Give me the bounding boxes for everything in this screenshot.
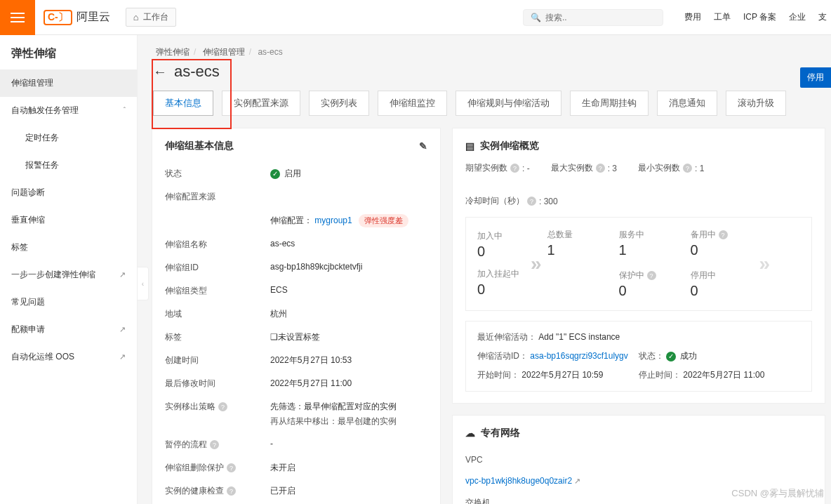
tab-notify[interactable]: 消息通知 (657, 91, 717, 116)
brand-text: 阿里云 (77, 10, 110, 25)
workspace-label: 工作台 (143, 11, 168, 23)
help-icon[interactable]: ? (596, 164, 605, 173)
check-icon: ✓ (270, 169, 280, 179)
check-icon: ✓ (666, 352, 676, 362)
brand-logo[interactable]: C-〕 阿里云 (35, 10, 119, 25)
sidebar-item-faq[interactable]: 常见问题 (0, 289, 137, 316)
breadcrumb: 弹性伸缩/ 伸缩组管理/ as-ecs (152, 46, 825, 58)
basic-info-card: 伸缩组基本信息 ✎ 状态 ✓启用 伸缩配置来源 伸缩配置： mygroup1 弹… (152, 128, 441, 504)
main-content: 弹性伸缩/ 伸缩组管理/ as-ecs ← as-ecs 停用 基本信息 实例配… (149, 35, 831, 504)
help-icon[interactable]: ? (510, 164, 519, 173)
k-region: 地域 (165, 308, 270, 320)
nav-fee[interactable]: 费用 (684, 11, 701, 23)
stat-protect: 保护中 ?0 (619, 270, 677, 299)
breadcrumb-2: as-ecs (258, 47, 282, 57)
vpc-title: 专有网络 (481, 427, 520, 439)
help-icon[interactable]: ? (227, 463, 236, 472)
sidebar-collapse-handle[interactable]: ‹ (138, 267, 149, 300)
k-vsw: 交换机 (465, 497, 491, 504)
top-nav-links: 费用 工单 ICP 备案 企业 支 (684, 11, 831, 23)
chevron-right-icon: » (531, 253, 536, 275)
v-id: asg-bp18h89kcjbcktetvfji (270, 262, 427, 272)
stop-button[interactable]: 停用 (800, 67, 831, 88)
tab-monitor[interactable]: 伸缩组监控 (378, 91, 447, 116)
stat-min: 最小实例数?: 1 (638, 162, 704, 174)
external-icon: ↗ (119, 325, 126, 334)
top-bar: C-〕 阿里云 ⌂ 工作台 🔍 费用 工单 ICP 备案 企业 支 (0, 0, 831, 35)
sidebar-item-vertical[interactable]: 垂直伸缩 (0, 206, 137, 234)
tab-basic[interactable]: 基本信息 (153, 91, 213, 116)
nav-ticket[interactable]: 工单 (714, 11, 731, 23)
stat-max: 最大实例数?: 3 (551, 162, 617, 174)
k-mod: 最后修改时间 (165, 378, 270, 390)
v-health: 已开启 (270, 485, 427, 497)
activity-id-link[interactable]: asa-bp16sqgrzi93cf1ulygv (530, 351, 627, 361)
k-delprot: 伸缩组删除保护 ? (165, 462, 270, 474)
edit-icon[interactable]: ✎ (419, 140, 427, 152)
tab-config-src[interactable]: 实例配置来源 (222, 91, 300, 116)
home-icon: ⌂ (133, 12, 139, 22)
help-icon[interactable]: ? (210, 440, 219, 449)
tab-instance-list[interactable]: 实例列表 (309, 91, 369, 116)
nav-ent[interactable]: 企业 (789, 11, 806, 23)
search-box[interactable]: 🔍 (523, 9, 663, 26)
stat-joining-hold: 加入挂起中0 (477, 268, 519, 298)
k-type: 伸缩组类型 (165, 285, 270, 297)
v-mod: 2022年5月27日 11:00 (270, 378, 427, 390)
v-policy: 先筛选：最早伸缩配置对应的实例 再从结果中移出：最早创建的实例 (270, 401, 427, 427)
stat-total: 总数量1 (547, 229, 605, 258)
sidebar-item-stepwise[interactable]: 一步一步创建弹性伸缩↗ (0, 261, 137, 289)
breadcrumb-0[interactable]: 弹性伸缩 (156, 47, 190, 57)
back-arrow-icon[interactable]: ← (153, 64, 167, 80)
v-delprot: 未开启 (270, 462, 427, 474)
sidebar-item-oos[interactable]: 自动化运维 OOS↗ (0, 343, 137, 371)
v-region: 杭州 (270, 308, 427, 320)
v-name: as-ecs (270, 239, 427, 248)
external-icon: ↗ (119, 352, 126, 362)
sidebar: 弹性伸缩 伸缩组管理 自动触发任务管理ˆ 定时任务 报警任务 问题诊断 垂直伸缩… (0, 35, 138, 504)
help-icon[interactable]: ? (683, 164, 692, 173)
vpc-link[interactable]: vpc-bp1wkj8hk8uge0q0zair2 (465, 476, 572, 486)
search-input[interactable] (545, 13, 656, 22)
sidebar-title: 弹性伸缩 (0, 35, 137, 69)
v-src-detail: 伸缩配置： mygroup1 弹性强度差 (270, 214, 427, 227)
tab-lifecycle[interactable]: 生命周期挂钩 (570, 91, 649, 116)
menu-toggle[interactable] (0, 0, 35, 35)
v-status: ✓启用 (270, 168, 427, 180)
v-create: 2022年5月27日 10:53 (270, 354, 427, 366)
k-create: 创建时间 (165, 354, 270, 366)
tab-rolling[interactable]: 滚动升级 (726, 91, 786, 116)
search-icon: 🔍 (531, 13, 541, 22)
watermark: CSDN @雾与晨解忧辅 (731, 487, 824, 500)
k-status: 状态 (165, 168, 270, 180)
sidebar-item-scaling-group[interactable]: 伸缩组管理 (0, 69, 137, 97)
v-tag: ❑未设置标签 (270, 331, 427, 343)
overview-stats: 期望实例数?: - 最大实例数?: 3 最小实例数?: 1 冷却时间（秒）?: … (465, 162, 812, 207)
help-icon[interactable]: ? (527, 197, 536, 206)
k-pause: 暂停的流程 ? (165, 439, 270, 451)
help-icon[interactable]: ? (719, 230, 728, 239)
help-icon[interactable]: ? (647, 271, 656, 280)
k-id: 伸缩组ID (165, 262, 270, 274)
sidebar-item-scheduled[interactable]: 定时任务 (0, 124, 137, 152)
sidebar-item-alarm[interactable]: 报警任务 (0, 152, 137, 179)
stat-expect: 期望实例数?: - (465, 162, 530, 174)
sidebar-item-quota[interactable]: 配额申请↗ (0, 316, 137, 343)
aliyun-icon: C-〕 (44, 10, 72, 25)
tab-rules[interactable]: 伸缩规则与伸缩活动 (456, 91, 561, 116)
sidebar-item-trigger-tasks[interactable]: 自动触发任务管理ˆ (0, 97, 137, 124)
nav-icp[interactable]: ICP 备案 (743, 11, 776, 23)
help-icon[interactable]: ? (218, 402, 227, 411)
overview-card: ▤实例伸缩概览 期望实例数?: - 最大实例数?: 3 最小实例数?: 1 冷却… (452, 128, 825, 404)
breadcrumb-1[interactable]: 伸缩组管理 (203, 47, 245, 57)
nav-support[interactable]: 支 (818, 11, 827, 23)
recent-activity: 最近伸缩活动： Add "1" ECS instance 伸缩活动ID： asa… (465, 321, 812, 392)
sidebar-item-diagnose[interactable]: 问题诊断 (0, 179, 137, 206)
stat-standby: 备用中 ?0 (691, 229, 748, 258)
config-link[interactable]: mygroup1 (314, 215, 352, 225)
workspace-button[interactable]: ⌂ 工作台 (126, 8, 176, 27)
k-policy: 实例移出策略 ? (165, 401, 270, 413)
sidebar-item-tags[interactable]: 标签 (0, 234, 137, 261)
bars-icon: ▤ (465, 140, 474, 152)
help-icon[interactable]: ? (227, 486, 236, 496)
